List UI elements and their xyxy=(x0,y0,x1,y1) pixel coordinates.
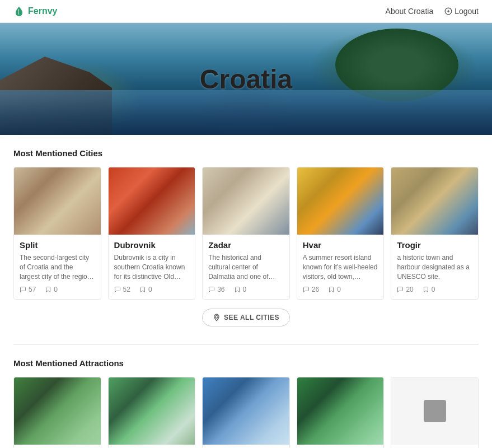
logout-label: Logout xyxy=(454,7,479,16)
logo-icon xyxy=(13,6,25,17)
cities-section-title: Most Mentioned Cities xyxy=(13,148,479,158)
card-stats: 57 0 xyxy=(20,286,95,293)
card-body: Trogir a historic town and harbour desig… xyxy=(391,235,478,299)
card-name: Trogir xyxy=(397,240,472,250)
card-saves: 0 xyxy=(234,286,247,293)
card-name: Split xyxy=(20,240,95,250)
card-item[interactable]: Trogir a historic town and harbour desig… xyxy=(391,167,479,300)
bookmark-icon xyxy=(234,286,241,293)
card-body: Zlatni Rat Beach One of the most beautif… xyxy=(203,445,289,448)
card-description: The second-largest city of Croatia and t… xyxy=(20,253,95,281)
card-item[interactable]: Bacvice A well known beach conveniently … xyxy=(391,377,479,448)
hero-water-decoration xyxy=(0,90,492,135)
card-item[interactable]: Krka National Park World famous national… xyxy=(108,377,196,448)
image-placeholder-icon xyxy=(421,398,448,424)
attractions-section-title: Most Mentioned Attractions xyxy=(13,358,479,368)
card-body: Zadar The historical and cultural center… xyxy=(203,235,289,299)
bookmark-icon xyxy=(423,286,429,293)
card-name: Dubrovnik xyxy=(114,240,190,250)
card-item[interactable]: Zadar The historical and cultural center… xyxy=(202,167,290,300)
card-image xyxy=(203,167,289,235)
card-item[interactable]: Zlatni Rat Beach One of the most beautif… xyxy=(202,377,290,448)
card-body: Dubrovnik Dubrovnik is a city in souther… xyxy=(109,235,195,299)
card-item[interactable]: Skradinski Buk 9 0 xyxy=(297,377,385,448)
card-body: Plitvice Lakes Natio... The most famous … xyxy=(14,445,101,448)
see-all-cities-button[interactable]: SEE ALL CITIES xyxy=(202,309,290,326)
location-icon xyxy=(213,314,221,321)
bookmark-icon xyxy=(139,286,146,293)
card-image xyxy=(297,167,384,235)
card-image xyxy=(14,377,101,445)
card-stats: 52 0 xyxy=(114,286,190,293)
svg-point-3 xyxy=(429,405,433,409)
see-all-cities-label: SEE ALL CITIES xyxy=(224,314,279,321)
attractions-grid: Plitvice Lakes Natio... The most famous … xyxy=(13,377,479,448)
card-item[interactable]: Split The second-largest city of Croatia… xyxy=(13,167,101,300)
comment-icon xyxy=(20,286,26,293)
card-mentions: 26 xyxy=(303,286,319,293)
card-body: Krka National Park World famous national… xyxy=(109,445,195,448)
card-saves: 0 xyxy=(139,286,152,293)
card-name: Zadar xyxy=(208,240,284,250)
card-description: A summer resort island known for it's we… xyxy=(303,253,378,281)
card-description: a historic town and harbour designated a… xyxy=(397,253,472,281)
card-stats: 26 0 xyxy=(303,286,378,293)
card-image-placeholder xyxy=(391,377,478,445)
navbar: Fernvy About Croatia Logout xyxy=(0,0,492,23)
card-item[interactable]: Hvar A summer resort island known for it… xyxy=(297,167,385,300)
nav-links: About Croatia Logout xyxy=(386,7,479,16)
about-croatia-link[interactable]: About Croatia xyxy=(386,7,434,16)
card-stats: 20 0 xyxy=(397,286,472,293)
card-name: Hvar xyxy=(303,240,378,250)
card-item[interactable]: Plitvice Lakes Natio... The most famous … xyxy=(13,377,101,448)
bookmark-icon xyxy=(45,286,51,293)
card-description: The historical and cultural center of Da… xyxy=(208,253,284,281)
logo[interactable]: Fernvy xyxy=(13,6,57,17)
card-body: Skradinski Buk 9 0 xyxy=(297,445,384,448)
card-image xyxy=(391,167,478,235)
hero-title: Croatia xyxy=(200,64,292,95)
card-body: Split The second-largest city of Croatia… xyxy=(14,235,101,299)
card-mentions: 52 xyxy=(114,286,130,293)
see-all-cities-wrap: SEE ALL CITIES xyxy=(13,309,479,326)
card-description: Dubrovnik is a city in southern Croatia … xyxy=(114,253,190,281)
card-item[interactable]: Dubrovnik Dubrovnik is a city in souther… xyxy=(108,167,196,300)
google-icon xyxy=(444,7,452,15)
card-body: Hvar A summer resort island known for it… xyxy=(297,235,384,299)
comment-icon xyxy=(208,286,215,293)
card-saves: 0 xyxy=(423,286,435,293)
logout-link[interactable]: Logout xyxy=(444,7,479,16)
comment-icon xyxy=(114,286,121,293)
card-body: Bacvice A well known beach conveniently … xyxy=(391,445,478,448)
hero-banner: Croatia xyxy=(0,23,492,135)
svg-point-1 xyxy=(215,316,218,319)
card-image xyxy=(203,377,289,445)
attractions-section: Most Mentioned Attractions Plitvice Lake… xyxy=(0,345,492,448)
card-mentions: 36 xyxy=(208,286,224,293)
card-saves: 0 xyxy=(328,286,341,293)
card-saves: 0 xyxy=(45,286,58,293)
card-mentions: 57 xyxy=(20,286,36,293)
logo-text: Fernvy xyxy=(28,6,57,16)
card-image xyxy=(297,377,384,445)
card-image xyxy=(14,167,101,235)
card-image xyxy=(109,377,195,445)
card-image xyxy=(109,167,195,235)
comment-icon xyxy=(303,286,310,293)
bookmark-icon xyxy=(328,286,335,293)
card-stats: 36 0 xyxy=(208,286,284,293)
card-mentions: 20 xyxy=(397,286,413,293)
comment-icon xyxy=(397,286,404,293)
cities-section: Most Mentioned Cities Split The second-l… xyxy=(0,135,492,344)
svg-rect-2 xyxy=(424,400,446,422)
cities-grid: Split The second-largest city of Croatia… xyxy=(13,167,479,300)
